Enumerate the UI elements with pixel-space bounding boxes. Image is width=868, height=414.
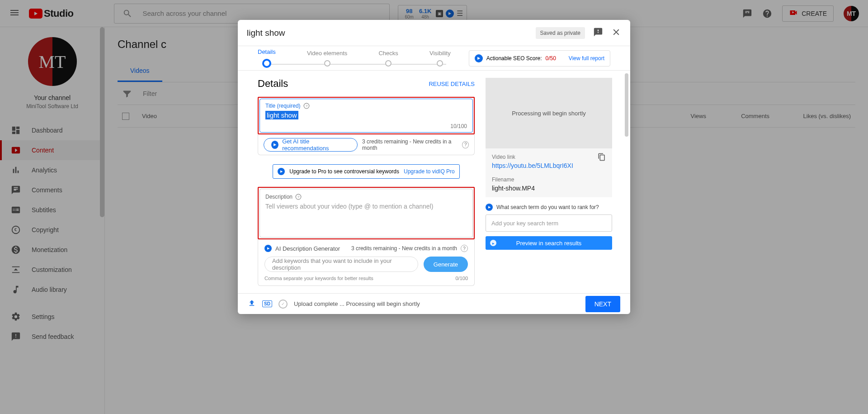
description-input[interactable]: Description? Tell viewers about your vid… [259, 189, 473, 238]
help-icon[interactable]: ? [462, 141, 469, 148]
next-button[interactable]: NEXT [585, 296, 620, 312]
step-details[interactable]: Details [258, 48, 276, 68]
svg-text:?: ? [305, 104, 307, 108]
step-checks[interactable]: Checks [378, 50, 398, 67]
upgrade-link[interactable]: Upgrade to vidIQ Pro [404, 168, 455, 175]
sd-badge: SD [262, 300, 272, 307]
title-highlight: Title (required)? light show 10/100 [258, 97, 475, 134]
seo-score-card[interactable]: Actionable SEO Score: 0/50 View full rep… [469, 50, 610, 67]
modal-scrollbar[interactable] [625, 73, 628, 137]
help-icon[interactable]: ? [295, 194, 302, 200]
vidiq-icon [278, 168, 285, 175]
close-icon[interactable] [611, 27, 621, 39]
ai-title-row: Get AI title recommendations 3 credits r… [258, 134, 475, 155]
stepper-row: Details Video elements Checks Visibility… [238, 46, 630, 71]
copy-icon[interactable] [598, 153, 606, 163]
upload-icon [248, 299, 256, 309]
step-video-elements[interactable]: Video elements [307, 50, 347, 67]
video-preview: Processing will begin shortly [486, 78, 612, 148]
modal-header: light show Saved as private [238, 20, 630, 46]
checks-icon: ✓ [278, 300, 288, 309]
feedback-icon[interactable] [593, 27, 603, 39]
vidiq-icon [475, 54, 483, 62]
vidiq-icon [264, 245, 272, 252]
filename-value: light-show.MP4 [492, 185, 606, 192]
preview-search-button[interactable]: Preview in search results [486, 236, 612, 250]
search-term-question: What search term do you want to rank for… [486, 204, 612, 211]
filename-label: Filename [492, 176, 606, 183]
video-link[interactable]: https://youtu.be/5LMLbqrI6XI [492, 162, 606, 169]
help-icon[interactable]: ? [461, 245, 468, 252]
ai-description-box: AI Description Generator 3 credits remai… [258, 239, 475, 286]
reuse-details-button[interactable]: REUSE DETAILS [429, 81, 475, 87]
help-icon[interactable]: ? [303, 103, 310, 109]
svg-text:?: ? [297, 195, 299, 199]
view-full-report-link[interactable]: View full report [569, 55, 604, 62]
ai-title-button[interactable]: Get AI title recommendations [264, 138, 358, 152]
upgrade-banner: Upgrade to Pro to see controversial keyw… [273, 164, 460, 179]
search-term-input[interactable]: Add your key search term [486, 214, 612, 232]
title-counter: 10/100 [450, 123, 467, 129]
upload-status: Upload complete ... Processing will begi… [294, 300, 420, 307]
upload-modal: light show Saved as private Details Vide… [238, 20, 630, 314]
vidiq-icon [271, 141, 278, 149]
save-status-chip: Saved as private [536, 27, 585, 39]
description-highlight: Description? Tell viewers about your vid… [258, 187, 475, 239]
details-heading: Details [258, 78, 288, 90]
keywords-input[interactable]: Add keywords that you want to include in… [264, 257, 418, 272]
generate-button[interactable]: Generate [424, 257, 468, 272]
title-input[interactable]: Title (required)? light show 10/100 [259, 99, 473, 133]
title-value: light show [265, 111, 298, 119]
vidiq-icon [486, 204, 493, 211]
video-link-label: Video link [492, 154, 606, 160]
vidiq-icon [490, 240, 496, 246]
modal-footer: SD ✓ Upload complete ... Processing will… [238, 293, 630, 314]
description-placeholder: Tell viewers about your video (type @ to… [265, 203, 467, 210]
modal-overlay: light show Saved as private Details Vide… [0, 0, 868, 414]
modal-title: light show [247, 28, 536, 38]
step-visibility[interactable]: Visibility [429, 50, 451, 67]
